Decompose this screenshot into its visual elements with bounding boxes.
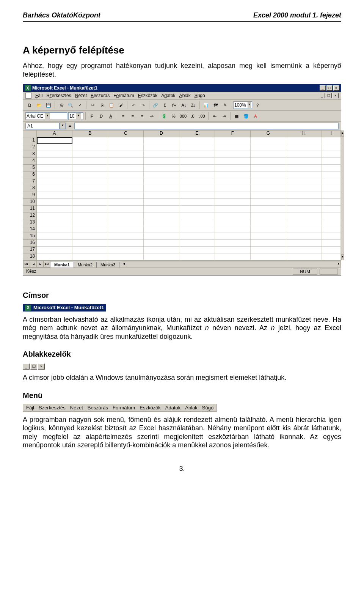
cell-G6[interactable] bbox=[251, 171, 286, 178]
cell-E15[interactable] bbox=[179, 233, 215, 240]
cell-D18[interactable] bbox=[144, 253, 179, 260]
cell-D15[interactable] bbox=[144, 233, 179, 240]
fillcolor-icon[interactable]: 🪣 bbox=[242, 112, 250, 120]
cell-A10[interactable] bbox=[37, 199, 72, 206]
restore-icon[interactable]: ❐ bbox=[30, 363, 37, 370]
cell-H2[interactable] bbox=[286, 144, 322, 151]
cell-E10[interactable] bbox=[179, 199, 215, 206]
cell-D11[interactable] bbox=[144, 206, 179, 212]
tab-last-icon[interactable]: ⏭ bbox=[44, 261, 50, 267]
fontcolor-icon[interactable]: A bbox=[251, 112, 260, 120]
cell-D2[interactable] bbox=[144, 144, 179, 151]
cell-A9[interactable] bbox=[37, 192, 72, 199]
cell-G8[interactable] bbox=[251, 185, 286, 192]
cell-D14[interactable] bbox=[144, 226, 179, 233]
cell-C2[interactable] bbox=[108, 144, 144, 151]
colhead-h[interactable]: H bbox=[286, 131, 322, 137]
horizontal-scrollbar[interactable] bbox=[122, 261, 341, 267]
cell-F10[interactable] bbox=[215, 199, 251, 206]
cell-E2[interactable] bbox=[179, 144, 215, 151]
cell-A5[interactable] bbox=[37, 165, 72, 171]
cell-B10[interactable] bbox=[72, 199, 108, 206]
cut-icon[interactable]: ✂ bbox=[88, 101, 97, 109]
cell-A7[interactable] bbox=[37, 178, 72, 185]
cell-H8[interactable] bbox=[286, 185, 322, 192]
cell-F6[interactable] bbox=[215, 171, 251, 178]
chart-icon[interactable]: 📊 bbox=[202, 101, 210, 109]
cell-E3[interactable] bbox=[179, 151, 215, 158]
cell-F2[interactable] bbox=[215, 144, 251, 151]
cell-F12[interactable] bbox=[215, 212, 251, 219]
cell-G1[interactable] bbox=[251, 137, 286, 144]
cell-E7[interactable] bbox=[179, 178, 215, 185]
cell-B8[interactable] bbox=[72, 185, 108, 192]
cell-E8[interactable] bbox=[179, 185, 215, 192]
cell-A16[interactable] bbox=[37, 240, 72, 247]
cell-I16[interactable] bbox=[322, 240, 341, 247]
fontsize-combo[interactable]: 10▾ bbox=[68, 112, 83, 120]
cell-I18[interactable] bbox=[322, 253, 341, 260]
cell-B16[interactable] bbox=[72, 240, 108, 247]
cell-G5[interactable] bbox=[251, 165, 286, 171]
cell-C15[interactable] bbox=[108, 233, 144, 240]
colhead-c[interactable]: C bbox=[108, 131, 144, 137]
cell-G13[interactable] bbox=[251, 219, 286, 226]
name-box[interactable]: A1 bbox=[25, 123, 60, 129]
cell-F9[interactable] bbox=[215, 192, 251, 199]
rowhead-10[interactable]: 10 bbox=[23, 199, 37, 206]
cell-H17[interactable] bbox=[286, 247, 322, 253]
cell-D4[interactable] bbox=[144, 158, 179, 165]
colhead-i[interactable]: I bbox=[322, 131, 341, 137]
cell-A11[interactable] bbox=[37, 206, 72, 212]
cell-E11[interactable] bbox=[179, 206, 215, 212]
cell-F14[interactable] bbox=[215, 226, 251, 233]
copy-icon[interactable]: ⎘ bbox=[98, 101, 106, 109]
vertical-scrollbar[interactable]: ▴ ▾ bbox=[341, 131, 344, 260]
cell-B6[interactable] bbox=[72, 171, 108, 178]
ex-menu-adatok[interactable]: Adatok bbox=[165, 405, 180, 411]
spellcheck-icon[interactable]: ✓ bbox=[76, 101, 84, 109]
cell-A12[interactable] bbox=[37, 212, 72, 219]
tab-next-icon[interactable]: ▸ bbox=[37, 261, 44, 267]
select-all-corner[interactable] bbox=[23, 131, 37, 137]
cell-G12[interactable] bbox=[251, 212, 286, 219]
cell-C1[interactable] bbox=[108, 137, 144, 144]
tab-prev-icon[interactable]: ◂ bbox=[30, 261, 37, 267]
cell-H16[interactable] bbox=[286, 240, 322, 247]
minimize-icon[interactable]: _ bbox=[23, 363, 30, 370]
sheet-tab-munka3[interactable]: Munka3 bbox=[96, 262, 119, 267]
rowhead-17[interactable]: 17 bbox=[23, 247, 37, 253]
cell-G11[interactable] bbox=[251, 206, 286, 212]
menu-fajl[interactable]: Fájl bbox=[35, 93, 42, 98]
cell-H14[interactable] bbox=[286, 226, 322, 233]
menu-formatum[interactable]: Formátum bbox=[113, 93, 134, 98]
cell-F4[interactable] bbox=[215, 158, 251, 165]
cell-H7[interactable] bbox=[286, 178, 322, 185]
autosum-icon[interactable]: Σ bbox=[161, 101, 169, 109]
cell-C12[interactable] bbox=[108, 212, 144, 219]
cell-D10[interactable] bbox=[144, 199, 179, 206]
cell-H1[interactable] bbox=[286, 137, 322, 144]
menu-adatok[interactable]: Adatok bbox=[161, 93, 175, 98]
cell-F18[interactable] bbox=[215, 253, 251, 260]
cell-C13[interactable] bbox=[108, 219, 144, 226]
cell-G7[interactable] bbox=[251, 178, 286, 185]
percent-icon[interactable]: % bbox=[169, 112, 178, 120]
cell-D7[interactable] bbox=[144, 178, 179, 185]
open-icon[interactable]: 📂 bbox=[35, 101, 43, 109]
cell-G2[interactable] bbox=[251, 144, 286, 151]
cell-G10[interactable] bbox=[251, 199, 286, 206]
minimize-button[interactable]: _ bbox=[320, 85, 326, 91]
redo-icon[interactable]: ↷ bbox=[139, 101, 147, 109]
colhead-e[interactable]: E bbox=[179, 131, 215, 137]
cell-B18[interactable] bbox=[72, 253, 108, 260]
cell-B17[interactable] bbox=[72, 247, 108, 253]
cell-I15[interactable] bbox=[322, 233, 341, 240]
cell-D3[interactable] bbox=[144, 151, 179, 158]
cell-C11[interactable] bbox=[108, 206, 144, 212]
cell-A6[interactable] bbox=[37, 171, 72, 178]
cell-C9[interactable] bbox=[108, 192, 144, 199]
paste-icon[interactable]: 📋 bbox=[107, 101, 116, 109]
cell-H9[interactable] bbox=[286, 192, 322, 199]
cell-A14[interactable] bbox=[37, 226, 72, 233]
